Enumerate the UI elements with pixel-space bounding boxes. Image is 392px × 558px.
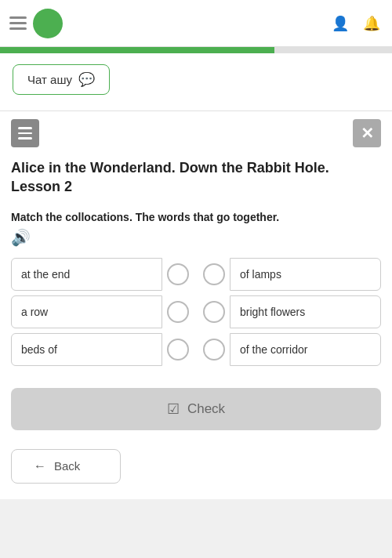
match-right-text-2: bright flowers bbox=[240, 306, 305, 318]
table-row: a row bright flowers bbox=[11, 295, 381, 328]
table-row: at the end of lamps bbox=[11, 258, 381, 291]
back-button[interactable]: ← Back bbox=[11, 449, 121, 484]
match-right-3: of the corridor bbox=[230, 333, 381, 366]
match-circle-left-1[interactable] bbox=[167, 263, 189, 285]
top-bar-left bbox=[9, 9, 63, 38]
check-icon: ☑ bbox=[167, 400, 180, 418]
main-panel: ✕ Alice in the Wonderland. Down the Rabb… bbox=[0, 111, 392, 499]
avatar[interactable] bbox=[33, 9, 63, 38]
matching-area: at the end of lamps a row bright flowers bbox=[11, 258, 381, 366]
exercise-instruction: Match the collocations. The words that g… bbox=[11, 211, 381, 223]
notification-icon[interactable]: 🔔 bbox=[361, 13, 383, 34]
table-row: beds of of the corridor bbox=[11, 333, 381, 366]
match-circle-right-3[interactable] bbox=[203, 339, 225, 361]
back-arrow-icon: ← bbox=[34, 459, 46, 473]
chat-section: Чат ашу 💬 bbox=[0, 53, 392, 111]
match-right-text-1: of lamps bbox=[240, 268, 281, 281]
check-button[interactable]: ☑ Check bbox=[11, 388, 381, 430]
match-left-1: at the end bbox=[11, 258, 162, 291]
match-left-text-2: a row bbox=[21, 306, 48, 318]
match-left-text-1: at the end bbox=[21, 268, 70, 281]
match-circle-left-3[interactable] bbox=[167, 339, 189, 361]
lesson-title: Alice in the Wonderland. Down the Rabbit… bbox=[11, 158, 381, 197]
match-circle-right-1[interactable] bbox=[203, 263, 225, 285]
match-left-2: a row bbox=[11, 295, 162, 328]
progress-bar-fill bbox=[0, 47, 274, 53]
match-right-text-3: of the corridor bbox=[240, 343, 307, 356]
match-circle-left-2[interactable] bbox=[167, 301, 189, 323]
panel-header: ✕ bbox=[11, 111, 381, 152]
back-button-label: Back bbox=[54, 459, 80, 473]
match-left-3: beds of bbox=[11, 333, 162, 366]
panel-close-button[interactable]: ✕ bbox=[353, 119, 381, 147]
match-right-1: of lamps bbox=[230, 258, 381, 291]
match-circle-right-2[interactable] bbox=[203, 301, 225, 323]
match-left-text-3: beds of bbox=[21, 343, 57, 356]
audio-button[interactable]: 🔊 bbox=[11, 228, 31, 247]
chat-button-label: Чат ашу bbox=[27, 73, 72, 86]
match-right-2: bright flowers bbox=[230, 295, 381, 328]
profile-icon[interactable]: 👤 bbox=[329, 13, 351, 34]
chat-button[interactable]: Чат ашу 💬 bbox=[13, 64, 110, 95]
progress-bar-container bbox=[0, 47, 392, 53]
top-bar-right: 👤 🔔 bbox=[329, 13, 383, 34]
check-button-label: Check bbox=[187, 401, 225, 417]
top-bar: 👤 🔔 bbox=[0, 0, 392, 47]
chat-icon: 💬 bbox=[78, 71, 95, 88]
panel-menu-icon[interactable] bbox=[11, 119, 39, 147]
hamburger-menu-icon[interactable] bbox=[9, 16, 27, 30]
